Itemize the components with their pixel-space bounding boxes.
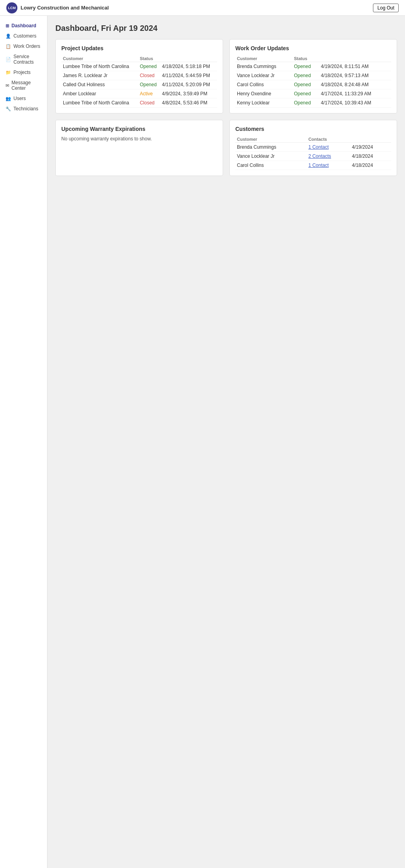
- date-cell: 4/18/2024, 9:57:13 AM: [319, 71, 391, 80]
- date-cell: 4/9/2024, 3:59:49 PM: [161, 89, 217, 98]
- bottom-cards-row: Upcoming Warranty Expirations No upcomin…: [55, 120, 397, 176]
- customers-title: Customers: [235, 126, 391, 132]
- topnav-1: LCM Lowry Construction and Mechanical Lo…: [0, 0, 405, 16]
- status-badge: Closed: [138, 98, 160, 108]
- section-dashboard: LCM Lowry Construction and Mechanical Lo…: [0, 0, 405, 868]
- contacts-link[interactable]: 2 Contacts: [307, 152, 350, 161]
- dashboard-icon: ⊞: [6, 23, 9, 28]
- date-cell: 4/17/2024, 11:33:29 AM: [319, 89, 391, 98]
- table-row: James R. Locklear Jr Closed 4/11/2024, 5…: [61, 71, 217, 80]
- table-row: Called Out Holiness Opened 4/11/2024, 5:…: [61, 80, 217, 89]
- date-cell: 4/11/2024, 5:20:09 PM: [161, 80, 217, 89]
- work-order-updates-title: Work Order Updates: [235, 45, 391, 51]
- brand-1: LCM Lowry Construction and Mechanical: [6, 2, 109, 13]
- col-status: Status: [138, 55, 160, 62]
- customer-name: Vance Locklear Jr: [235, 152, 307, 161]
- col-date: [161, 55, 217, 62]
- customer-name: Carol Collins: [235, 80, 292, 89]
- sidebar-item-dashboard[interactable]: ⊞ Dashboard: [0, 21, 47, 31]
- sidebar-item-servicecontracts[interactable]: 📄 Service Contracts: [0, 51, 47, 67]
- status-badge: Opened: [138, 62, 160, 71]
- col-customer: Customer: [235, 55, 292, 62]
- table-row: Henry Oxendine Opened 4/17/2024, 11:33:2…: [235, 89, 391, 98]
- date-cell: 4/19/2024: [350, 143, 391, 152]
- logout-button-1[interactable]: Log Out: [373, 4, 399, 12]
- technicians-icon: 🔧: [6, 106, 11, 112]
- dashboard-layout: ⊞ Dashboard 👤 Customers 📋 Work Orders 📄 …: [0, 16, 405, 868]
- table-row: Amber Locklear Active 4/9/2024, 3:59:49 …: [61, 89, 217, 98]
- table-row: Vance Locklear Jr 2 Contacts 4/18/2024: [235, 152, 391, 161]
- customer-name: Brenda Cummings: [235, 62, 292, 71]
- warranty-empty-text: No upcoming warranty expirations to show…: [61, 136, 217, 142]
- work-order-updates-card: Work Order Updates Customer Status Brend: [229, 39, 397, 113]
- status-badge: Closed: [138, 71, 160, 80]
- dashboard-main: Dashboard, Fri Apr 19 2024 Project Updat…: [47, 16, 405, 868]
- customer-name: Kenny Locklear: [235, 98, 292, 108]
- status-badge: Opened: [292, 71, 319, 80]
- customers-table: Customer Contacts Brenda Cummings 1 Cont…: [235, 136, 391, 170]
- sidebar-item-messagecenter[interactable]: ✉ Message Center: [0, 78, 47, 93]
- customer-name: Lumbee Tribe of North Carolina: [61, 98, 138, 108]
- projects-icon: 📁: [6, 70, 11, 75]
- sidebar-item-users[interactable]: 👥 Users: [0, 93, 47, 104]
- messagecenter-icon: ✉: [6, 83, 9, 88]
- customer-name: James R. Locklear Jr: [61, 71, 138, 80]
- date-cell: 4/11/2024, 5:44:59 PM: [161, 71, 217, 80]
- dashboard-title: Dashboard, Fri Apr 19 2024: [55, 24, 397, 33]
- status-badge: Opened: [292, 62, 319, 71]
- logo-1: LCM: [6, 2, 17, 13]
- contacts-link[interactable]: 1 Contact: [307, 143, 350, 152]
- date-cell: 4/18/2024, 8:24:48 AM: [319, 80, 391, 89]
- table-row: Vance Locklear Jr Opened 4/18/2024, 9:57…: [235, 71, 391, 80]
- sidebar-item-customers[interactable]: 👤 Customers: [0, 31, 47, 41]
- customer-name: Vance Locklear Jr: [235, 71, 292, 80]
- table-row: Carol Collins 1 Contact 4/18/2024: [235, 161, 391, 170]
- status-badge: Opened: [138, 80, 160, 89]
- sidebar-item-workorders[interactable]: 📋 Work Orders: [0, 41, 47, 51]
- customer-name: Lumbee Tribe of North Carolina: [61, 62, 138, 71]
- warranty-title: Upcoming Warranty Expirations: [61, 126, 217, 132]
- sidebar-item-technicians[interactable]: 🔧 Technicians: [0, 104, 47, 114]
- date-cell: 4/17/2024, 10:39:43 AM: [319, 98, 391, 108]
- col-date: [350, 136, 391, 143]
- date-cell: 4/8/2024, 5:53:46 PM: [161, 98, 217, 108]
- customers-card: Customers Customer Contacts Brenda Cummi: [229, 120, 397, 176]
- date-cell: 4/19/2024, 8:11:51 AM: [319, 62, 391, 71]
- status-badge: Opened: [292, 80, 319, 89]
- project-updates-title: Project Updates: [61, 45, 217, 51]
- table-row: Kenny Locklear Opened 4/17/2024, 10:39:4…: [235, 98, 391, 108]
- sidebar-1: ⊞ Dashboard 👤 Customers 📋 Work Orders 📄 …: [0, 16, 47, 868]
- status-badge: Active: [138, 89, 160, 98]
- warranty-expirations-card: Upcoming Warranty Expirations No upcomin…: [55, 120, 223, 176]
- date-cell: 4/18/2024, 5:18:18 PM: [161, 62, 217, 71]
- customer-name: Henry Oxendine: [235, 89, 292, 98]
- col-customer: Customer: [235, 136, 307, 143]
- customer-name: Called Out Holiness: [61, 80, 138, 89]
- sidebar-item-projects[interactable]: 📁 Projects: [0, 67, 47, 78]
- table-row: Lumbee Tribe of North Carolina Opened 4/…: [61, 62, 217, 71]
- table-row: Brenda Cummings 1 Contact 4/19/2024: [235, 143, 391, 152]
- table-row: Carol Collins Opened 4/18/2024, 8:24:48 …: [235, 80, 391, 89]
- col-status: Status: [292, 55, 319, 62]
- customers-icon: 👤: [6, 34, 11, 39]
- date-cell: 4/18/2024: [350, 161, 391, 170]
- contacts-link[interactable]: 1 Contact: [307, 161, 350, 170]
- table-row: Lumbee Tribe of North Carolina Closed 4/…: [61, 98, 217, 108]
- servicecontracts-icon: 📄: [6, 57, 11, 62]
- status-badge: Opened: [292, 89, 319, 98]
- customer-name: Amber Locklear: [61, 89, 138, 98]
- work-order-updates-table: Customer Status Brenda Cummings Opened 4…: [235, 55, 391, 108]
- project-updates-card: Project Updates Customer Status Lumbee T: [55, 39, 223, 113]
- customer-name: Carol Collins: [235, 161, 307, 170]
- col-customer: Customer: [61, 55, 138, 62]
- col-date: [319, 55, 391, 62]
- workorders-icon: 📋: [6, 44, 11, 49]
- table-row: Brenda Cummings Opened 4/19/2024, 8:11:5…: [235, 62, 391, 71]
- col-contacts: Contacts: [307, 136, 350, 143]
- project-updates-table: Customer Status Lumbee Tribe of North Ca…: [61, 55, 217, 108]
- users-icon: 👥: [6, 96, 11, 101]
- top-cards-row: Project Updates Customer Status Lumbee T: [55, 39, 397, 113]
- status-badge: Opened: [292, 98, 319, 108]
- date-cell: 4/18/2024: [350, 152, 391, 161]
- customer-name: Brenda Cummings: [235, 143, 307, 152]
